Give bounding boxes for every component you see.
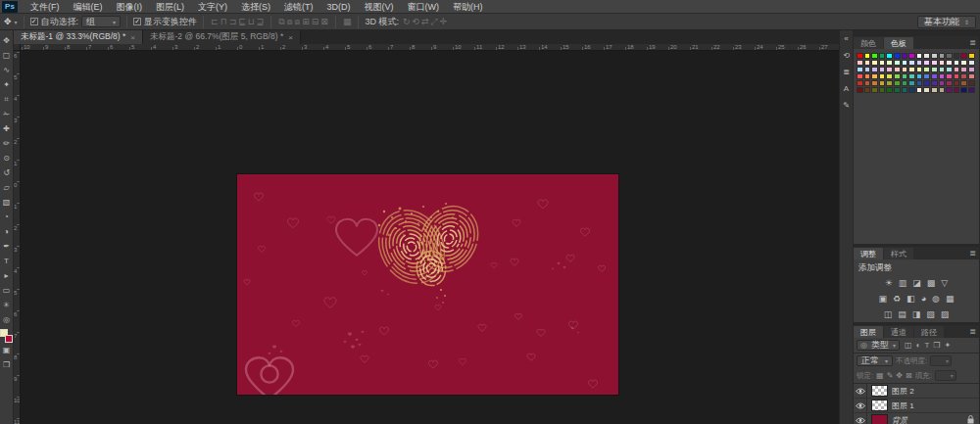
brightness-contrast-icon[interactable]: ☀ xyxy=(885,278,893,288)
color-swatch[interactable] xyxy=(946,73,953,79)
fill-field[interactable]: ▾ xyxy=(935,370,956,381)
color-swatch[interactable] xyxy=(902,53,908,59)
color-swatch[interactable] xyxy=(916,80,923,86)
tab-adjustments[interactable]: 调整 xyxy=(854,248,883,259)
color-swatch[interactable] xyxy=(857,67,863,72)
channel-mixer-icon[interactable]: ◍ xyxy=(932,294,940,304)
color-swatch[interactable] xyxy=(916,67,923,72)
color-swatch[interactable] xyxy=(916,60,923,66)
path-selection-tool[interactable]: ▸ xyxy=(0,268,13,283)
color-swatch[interactable] xyxy=(931,67,938,72)
color-swatch[interactable] xyxy=(871,60,878,66)
zoom-tool[interactable]: ◎ xyxy=(0,312,13,327)
color-swatch[interactable] xyxy=(908,73,915,79)
lock-all-icon[interactable]: ⊠ xyxy=(906,371,912,380)
history-brush-tool[interactable]: ↺ xyxy=(0,165,13,180)
color-swatch[interactable] xyxy=(968,87,975,93)
color-swatch[interactable] xyxy=(871,73,878,79)
color-swatch[interactable] xyxy=(960,80,967,86)
eraser-tool[interactable]: ▱ xyxy=(0,180,13,195)
color-swatch[interactable] xyxy=(886,80,893,86)
color-swatch[interactable] xyxy=(902,60,908,66)
color-swatch[interactable] xyxy=(946,80,953,86)
layer-thumbnail[interactable] xyxy=(871,385,888,397)
document-canvas[interactable] xyxy=(237,174,618,395)
rectangular-marquee-tool[interactable]: ▢ xyxy=(0,48,13,63)
close-icon[interactable]: × xyxy=(288,33,293,42)
color-swatch[interactable] xyxy=(894,87,901,93)
align-left-edges-icon[interactable]: ⊏ xyxy=(210,17,220,26)
filter-pixel-layers-icon[interactable]: ◫ xyxy=(905,341,912,350)
menu-item-4[interactable]: 文字(Y) xyxy=(191,0,234,14)
tool-preset-caret-icon[interactable]: ▾ xyxy=(15,19,18,25)
distribute-v-center-icon[interactable]: ⧇ xyxy=(286,17,294,27)
color-swatch[interactable] xyxy=(894,67,901,72)
color-swatch[interactable] xyxy=(931,53,938,59)
panel-menu-icon[interactable]: ≣ xyxy=(969,249,976,258)
color-swatch[interactable] xyxy=(864,73,871,79)
distribute-bottom-icon[interactable]: ⧈ xyxy=(294,17,302,27)
lasso-tool[interactable]: ∿ xyxy=(0,63,13,77)
hue-saturation-icon[interactable]: ▣ xyxy=(879,294,888,304)
workspace-switcher[interactable]: 基本功能 ⇕ xyxy=(917,16,976,28)
color-swatch[interactable] xyxy=(954,80,960,86)
quick-selection-tool[interactable]: ✦ xyxy=(0,77,13,92)
color-swatch[interactable] xyxy=(908,53,915,59)
horizontal-ruler[interactable]: 1098765432101234567891011121314151617181… xyxy=(21,44,839,51)
color-swatch[interactable] xyxy=(908,67,915,72)
distribute-left-icon[interactable]: ⊞ xyxy=(301,17,311,27)
color-swatch[interactable] xyxy=(960,60,967,66)
color-swatch[interactable] xyxy=(857,87,863,93)
color-swatch[interactable] xyxy=(879,53,886,59)
layer-thumbnail[interactable] xyxy=(871,400,888,411)
shape-tool[interactable]: ▭ xyxy=(0,283,13,298)
color-swatch[interactable] xyxy=(960,53,967,59)
color-swatch[interactable] xyxy=(968,80,975,86)
layer-row[interactable]: 背景 xyxy=(854,413,979,424)
3d-rotate-icon[interactable]: ↻ xyxy=(402,17,412,27)
filter-smart-objects-icon[interactable]: ✦ xyxy=(944,341,951,350)
color-swatch[interactable] xyxy=(923,80,930,86)
color-swatch[interactable] xyxy=(954,60,960,66)
type-tool[interactable]: T xyxy=(0,254,13,268)
color-swatch[interactable] xyxy=(864,67,871,72)
blur-tool[interactable]: ◔ xyxy=(0,210,13,224)
color-swatch[interactable] xyxy=(946,53,953,59)
tab-layers[interactable]: 图层 xyxy=(854,326,883,338)
distribute-right-icon[interactable]: ⊠ xyxy=(319,17,329,27)
layer-name[interactable]: 图层 2 xyxy=(892,386,979,397)
clone-stamp-tool[interactable]: ⊙ xyxy=(0,151,13,165)
gradient-tool[interactable]: ▧ xyxy=(0,195,13,210)
color-swatch[interactable] xyxy=(954,53,960,59)
color-swatch[interactable] xyxy=(916,53,923,59)
color-swatch[interactable] xyxy=(946,87,953,93)
color-swatch[interactable] xyxy=(954,87,960,93)
curves-icon[interactable]: ◪ xyxy=(912,278,921,288)
invert-icon[interactable]: ◫ xyxy=(884,309,893,319)
visibility-eye-icon[interactable] xyxy=(854,399,867,413)
lock-transparency-icon[interactable]: ▦ xyxy=(876,371,884,380)
menu-item-6[interactable]: 滤镜(T) xyxy=(277,0,320,14)
layer-name[interactable]: 背景 xyxy=(892,415,963,424)
color-swatch[interactable] xyxy=(968,67,975,72)
color-swatch[interactable] xyxy=(946,60,953,66)
color-swatch[interactable] xyxy=(908,80,915,86)
menu-item-9[interactable]: 窗口(W) xyxy=(401,0,447,14)
color-swatch[interactable] xyxy=(939,87,946,93)
color-swatch[interactable] xyxy=(968,73,975,79)
spot-healing-brush-tool[interactable]: ✚ xyxy=(0,121,13,136)
photo-filter-icon[interactable]: ◕ xyxy=(921,294,926,304)
color-swatch[interactable] xyxy=(931,73,938,79)
color-swatch[interactable] xyxy=(931,60,938,66)
color-swatch[interactable] xyxy=(879,73,886,79)
color-swatch[interactable] xyxy=(916,87,923,93)
color-balance-icon[interactable]: ♻ xyxy=(893,294,901,304)
posterize-icon[interactable]: ▤ xyxy=(898,309,906,319)
lock-position-icon[interactable]: ✥ xyxy=(896,371,903,380)
color-swatch[interactable] xyxy=(886,60,893,66)
color-swatch[interactable] xyxy=(902,73,908,79)
brush-tool[interactable]: ✏ xyxy=(0,136,13,151)
color-swatch[interactable] xyxy=(931,87,938,93)
tab-styles[interactable]: 样式 xyxy=(884,248,913,259)
3d-drag-icon[interactable]: ⇄ xyxy=(420,17,430,27)
